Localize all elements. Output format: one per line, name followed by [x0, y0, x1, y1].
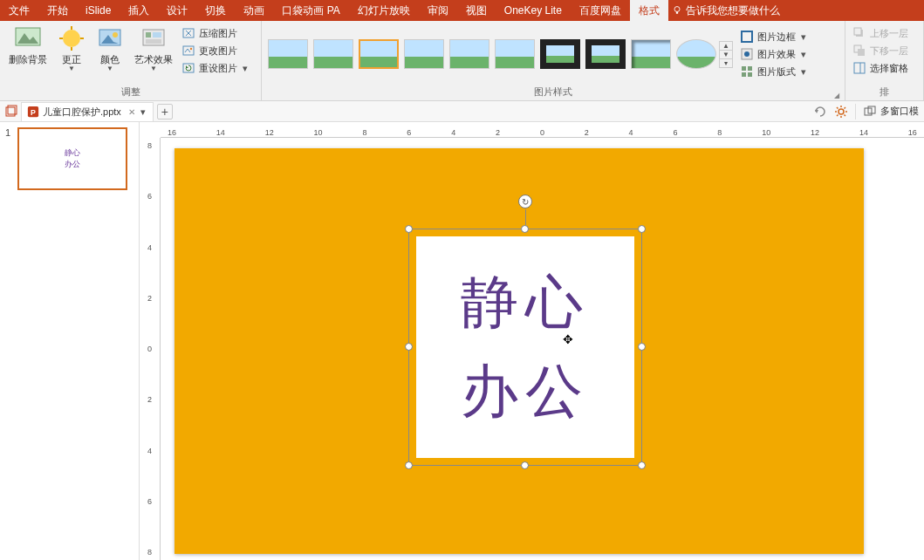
ruler-tick: 0 — [147, 345, 152, 353]
tab-format[interactable]: 格式 — [630, 0, 668, 21]
tab-dropdown-icon[interactable]: ▾ — [140, 106, 146, 118]
group-label-arrange: 排 — [849, 85, 920, 100]
ruler-tick: 10 — [762, 128, 770, 137]
svg-rect-1 — [676, 12, 678, 14]
ruler-tick: 6 — [407, 128, 411, 137]
ruler-tick: 4 — [147, 447, 152, 455]
workspace: 1 静心 办公 16 14 12 10 8 6 4 2 — [0, 122, 924, 560]
svg-point-4 — [63, 30, 80, 47]
bring-forward-button: 上移一层 — [849, 24, 912, 42]
remove-background-button[interactable]: 删除背景 — [3, 23, 52, 66]
close-tab-icon[interactable]: ✕ — [128, 107, 135, 117]
gallery-expand-icon[interactable]: ▾ — [720, 59, 732, 67]
vertical-ruler: 8 6 4 2 0 2 4 6 8 — [140, 138, 161, 560]
document-tab-bar: P 儿童口腔保护.pptx ✕ ▾ + 多窗口模 — [0, 101, 924, 122]
picture-text-line-2: 办公 — [461, 352, 590, 431]
ruler-tick: 2 — [147, 294, 152, 303]
corrections-button[interactable]: 更正 ▼ — [52, 23, 91, 75]
svg-marker-20 — [186, 65, 188, 68]
tab-file[interactable]: 文件 — [0, 0, 38, 21]
picture-style-preset[interactable] — [268, 39, 308, 69]
reset-picture-button[interactable]: 重设图片 ▾ — [178, 59, 251, 77]
rotate-handle-icon[interactable]: ↻ — [518, 195, 532, 208]
slide-thumbnail[interactable]: 静心 办公 — [17, 127, 127, 190]
dropdown-caret-icon: ▼ — [68, 65, 75, 73]
document-tab[interactable]: P 儿童口腔保护.pptx ✕ ▾ — [21, 102, 154, 121]
resize-handle[interactable] — [405, 343, 413, 351]
tell-me-label: 告诉我您想要做什么 — [686, 3, 780, 18]
compress-pictures-button[interactable]: 压缩图片 — [178, 24, 251, 42]
group-label-picture-styles[interactable]: 图片样式 — [265, 85, 841, 100]
dropdown-caret-icon: ▾ — [801, 49, 806, 60]
window-restore-icon[interactable] — [3, 105, 17, 119]
resize-handle[interactable] — [521, 225, 529, 233]
tab-onekey[interactable]: OneKey Lite — [496, 0, 571, 21]
picture-style-preset[interactable] — [540, 39, 580, 69]
slide-number: 1 — [5, 127, 10, 190]
picture-effects-button[interactable]: 图片效果 ▾ — [736, 45, 810, 63]
selection-pane-button[interactable]: 选择窗格 — [849, 59, 912, 77]
color-icon — [96, 24, 124, 52]
artistic-effects-label: 艺术效果 — [134, 54, 173, 65]
gear-icon[interactable] — [834, 105, 848, 119]
tab-design[interactable]: 设计 — [158, 0, 196, 21]
selected-picture-object[interactable]: ↻ 静心 办公 ✥ — [408, 229, 642, 466]
picture-layout-icon — [740, 65, 754, 79]
slide-canvas[interactable]: ↻ 静心 办公 ✥ — [175, 148, 864, 554]
remove-background-label: 删除背景 — [9, 54, 47, 65]
tab-animations[interactable]: 动画 — [235, 0, 273, 21]
resize-handle[interactable] — [638, 343, 646, 351]
picture-border-button[interactable]: 图片边框 ▾ — [736, 28, 810, 45]
picture-style-preset[interactable] — [495, 39, 535, 69]
ruler-tick: 16 — [908, 128, 917, 137]
picture-style-preset[interactable] — [313, 39, 353, 69]
new-tab-button[interactable]: + — [157, 104, 173, 120]
dropdown-caret-icon: ▾ — [801, 31, 806, 43]
ruler-tick: 10 — [314, 128, 323, 137]
tab-slideshow[interactable]: 幻灯片放映 — [349, 0, 419, 21]
svg-line-47 — [845, 107, 846, 109]
tab-insert[interactable]: 插入 — [120, 0, 158, 21]
tab-pocket-animation[interactable]: 口袋动画 PA — [273, 0, 348, 21]
compress-label: 压缩图片 — [199, 27, 237, 40]
picture-style-preset[interactable] — [449, 39, 489, 69]
svg-rect-13 — [146, 32, 151, 38]
resize-handle[interactable] — [638, 225, 646, 233]
refresh-icon[interactable] — [813, 105, 827, 119]
picture-content: 静心 办公 — [416, 236, 634, 458]
picture-style-preset-selected[interactable] — [359, 39, 399, 69]
tab-baidu[interactable]: 百度网盘 — [571, 0, 630, 21]
ruler-tick: 6 — [147, 497, 152, 506]
picture-border-icon — [740, 30, 754, 44]
picture-layout-button[interactable]: 图片版式 ▾ — [736, 63, 810, 80]
picture-style-preset[interactable] — [676, 39, 716, 69]
change-picture-button[interactable]: 更改图片 — [178, 42, 251, 59]
dropdown-caret-icon: ▼ — [150, 65, 157, 73]
svg-rect-32 — [854, 63, 865, 73]
resize-handle[interactable] — [638, 461, 646, 469]
gallery-scroll-down-icon[interactable]: ▼ — [720, 50, 732, 59]
color-button[interactable]: 颜色 ▼ — [91, 23, 129, 75]
picture-style-preset[interactable] — [631, 39, 671, 69]
ruler-tick: 6 — [147, 192, 152, 201]
resize-handle[interactable] — [521, 461, 529, 469]
tab-transitions[interactable]: 切换 — [196, 0, 235, 21]
tab-review[interactable]: 审阅 — [419, 0, 457, 21]
resize-handle[interactable] — [405, 461, 413, 469]
picture-layout-label: 图片版式 — [757, 65, 796, 79]
tab-islide[interactable]: iSlide — [77, 0, 120, 21]
picture-style-preset[interactable] — [585, 39, 626, 69]
tab-home[interactable]: 开始 — [38, 0, 77, 21]
tab-view[interactable]: 视图 — [457, 0, 496, 21]
artistic-effects-button[interactable]: 艺术效果 ▼ — [129, 23, 178, 75]
selection-pane-icon — [852, 61, 866, 75]
svg-point-10 — [113, 32, 118, 38]
ruler-tick: 12 — [811, 128, 819, 137]
change-picture-label: 更改图片 — [199, 44, 237, 58]
resize-handle[interactable] — [405, 225, 413, 233]
tell-me-search[interactable]: 告诉我您想要做什么 — [672, 0, 780, 21]
multi-window-mode-button[interactable]: 多窗口模 — [863, 105, 919, 119]
gallery-scroll-up-icon[interactable]: ▲ — [720, 42, 732, 50]
ruler-tick: 12 — [265, 128, 274, 137]
picture-style-preset[interactable] — [404, 39, 444, 69]
